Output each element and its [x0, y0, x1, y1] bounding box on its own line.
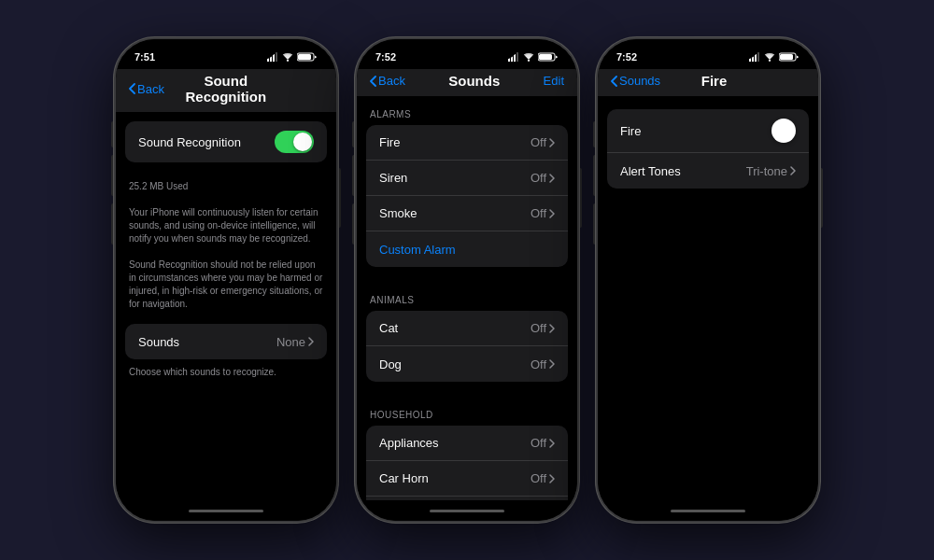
- animals-section-header: ANIMALS: [357, 282, 577, 311]
- storage-info: 25.2 MB Used: [116, 177, 336, 201]
- phone-1: 7:51 Back Sound Recognition: [114, 37, 338, 523]
- home-bar-2: [430, 510, 504, 512]
- svg-rect-6: [298, 54, 311, 60]
- cat-value: Off: [531, 321, 555, 335]
- car-horn-label: Car Horn: [379, 471, 429, 485]
- nav-bar-3: Sounds Fire: [598, 69, 818, 96]
- nav-title-3: Fire: [701, 73, 728, 89]
- status-icons-3: [749, 52, 800, 62]
- alert-tones-label: Alert Tones: [620, 164, 681, 178]
- description-2: Sound Recognition should not be relied u…: [116, 259, 336, 324]
- dog-chevron: [549, 359, 555, 369]
- battery-icon-2: [538, 52, 559, 62]
- svg-rect-3: [276, 52, 277, 62]
- siren-row[interactable]: Siren Off: [366, 161, 568, 196]
- sounds-value-group: None: [276, 335, 314, 349]
- wifi-icon-2: [523, 52, 534, 62]
- fire-detail-group: Fire Alert Tones Tri-tone: [607, 109, 809, 189]
- sound-recognition-row: Sound Recognition: [125, 121, 327, 162]
- dog-value: Off: [531, 357, 555, 371]
- sounds-label: Sounds: [138, 335, 179, 349]
- smoke-label: Smoke: [379, 206, 417, 220]
- sounds-chevron-icon: [308, 337, 314, 346]
- sound-recognition-toggle[interactable]: [275, 131, 314, 153]
- status-icons-1: [267, 52, 318, 62]
- status-time-2: 7:52: [375, 51, 396, 63]
- smoke-row[interactable]: Smoke Off: [366, 196, 568, 231]
- back-label-1: Back: [137, 82, 164, 96]
- home-indicator-3: [598, 500, 818, 521]
- nav-title-1: Sound Recognition: [164, 73, 288, 105]
- svg-point-4: [287, 60, 289, 62]
- phone-2: 7:52 Back Sounds Edit: [355, 37, 579, 523]
- back-button-2[interactable]: Back: [370, 74, 405, 88]
- alert-tones-value-text: Tri-tone: [746, 164, 787, 178]
- phone-3-wrapper: 7:52 Sounds Fire: [596, 37, 820, 523]
- phone-1-screen: 7:51 Back Sound Recognition: [116, 39, 336, 521]
- svg-rect-10: [517, 52, 518, 62]
- phone-notch-1: [175, 39, 277, 60]
- phone-2-screen: 7:52 Back Sounds Edit: [357, 39, 577, 521]
- wifi-icon-3: [764, 52, 775, 62]
- home-indicator-1: [116, 500, 336, 521]
- back-button-1[interactable]: Back: [129, 82, 164, 96]
- status-icons-2: [508, 52, 559, 62]
- home-bar-3: [671, 510, 745, 512]
- side-button-power: [338, 168, 341, 228]
- fire-toggle-row: Fire: [607, 109, 809, 153]
- household-section-header: HOUSEHOLD: [357, 397, 577, 426]
- phone-1-content: Sound Recognition 25.2 MB Used Your iPho…: [116, 112, 336, 500]
- sound-recognition-group: Sound Recognition: [125, 121, 327, 162]
- fire-label: Fire: [379, 135, 400, 149]
- custom-alarm-row[interactable]: Custom Alarm: [366, 231, 568, 267]
- siren-value: Off: [531, 171, 555, 185]
- nav-title-2: Sounds: [448, 73, 500, 89]
- edit-button[interactable]: Edit: [544, 74, 564, 88]
- fire-radio-toggle[interactable]: [771, 119, 796, 143]
- description-1: Your iPhone will continuously listen for…: [116, 201, 336, 259]
- sounds-row[interactable]: Sounds None: [125, 324, 327, 359]
- appliances-label: Appliances: [379, 436, 439, 450]
- status-time-1: 7:51: [134, 51, 155, 63]
- nav-bar-1: Back Sound Recognition: [116, 69, 336, 112]
- home-bar-1: [189, 510, 263, 512]
- home-indicator-2: [357, 500, 577, 521]
- phone-notch-3: [657, 39, 759, 60]
- sounds-group: Sounds None: [125, 324, 327, 359]
- svg-rect-20: [780, 54, 793, 60]
- phone-3: 7:52 Sounds Fire: [596, 37, 820, 523]
- alert-tones-row[interactable]: Alert Tones Tri-tone: [607, 153, 809, 189]
- svg-rect-13: [539, 54, 552, 60]
- nav-bar-2: Back Sounds Edit: [357, 69, 577, 96]
- cat-chevron: [549, 324, 555, 333]
- sounds-value: None: [276, 335, 305, 349]
- back-label-3: Sounds: [619, 74, 660, 88]
- back-button-3[interactable]: Sounds: [611, 74, 660, 88]
- battery-icon-3: [779, 52, 800, 62]
- fire-value: Off: [531, 135, 555, 149]
- custom-alarm-label: Custom Alarm: [379, 243, 456, 257]
- phone-2-content: ALARMS Fire Off Siren Off: [357, 96, 577, 500]
- cat-label: Cat: [379, 321, 398, 335]
- car-horn-row[interactable]: Car Horn Off: [366, 461, 568, 497]
- phone-1-wrapper: 7:51 Back Sound Recognition: [114, 37, 338, 523]
- wifi-icon: [282, 52, 293, 62]
- cat-row[interactable]: Cat Off: [366, 311, 568, 346]
- siren-label: Siren: [379, 171, 407, 185]
- side-button-power-2: [579, 168, 582, 228]
- fire-row[interactable]: Fire Off: [366, 125, 568, 161]
- phone-3-content: Fire Alert Tones Tri-tone: [598, 96, 818, 500]
- smoke-value: Off: [531, 206, 555, 220]
- back-chevron-icon-3: [611, 76, 617, 87]
- sounds-note: Choose which sounds to recognize.: [116, 363, 336, 381]
- animals-list: Cat Off Dog Off: [366, 311, 568, 382]
- appliances-chevron: [549, 439, 555, 448]
- household-list: Appliances Off Car Horn Off Door Bell Of…: [366, 426, 568, 500]
- back-chevron-icon-2: [370, 76, 376, 87]
- battery-icon: [297, 52, 318, 62]
- back-label-2: Back: [378, 74, 405, 88]
- smoke-chevron: [549, 209, 555, 218]
- appliances-row[interactable]: Appliances Off: [366, 426, 568, 461]
- dog-row[interactable]: Dog Off: [366, 346, 568, 382]
- phones-container: 7:51 Back Sound Recognition: [114, 37, 820, 523]
